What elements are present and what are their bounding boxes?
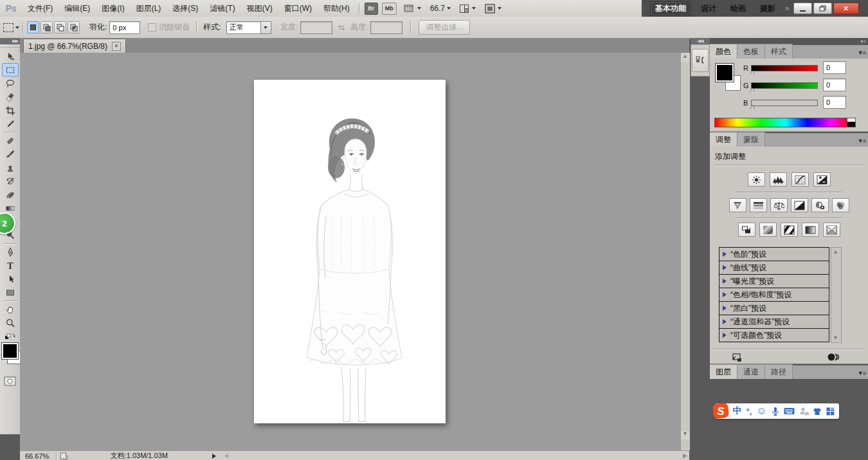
document-tab[interactable]: 1.jpg @ 66.7%(RGB/8) ✕ [23, 39, 126, 53]
ime-toolbox-button[interactable] [826, 407, 835, 416]
tool-preset-picker[interactable] [3, 23, 19, 32]
rectangular-marquee-tool[interactable] [2, 63, 19, 77]
status-menu-arrow[interactable] [212, 454, 216, 459]
expand-triangle-icon[interactable] [723, 265, 727, 270]
menu-filter[interactable]: 滤镜(T) [204, 0, 240, 17]
tab-styles[interactable]: 样式 [765, 44, 793, 59]
swap-colors-button[interactable] [0, 332, 20, 340]
photo-filter-button[interactable] [811, 198, 829, 212]
expand-panels-button[interactable]: ◀◀ [691, 38, 710, 44]
tab-adjustments[interactable]: 调整 [710, 132, 737, 147]
crop-tool[interactable] [2, 104, 19, 117]
menu-layer[interactable]: 图层(L) [131, 0, 167, 17]
workspace-photography-button[interactable]: 摄影 [755, 2, 780, 15]
clone-stamp-tool[interactable] [2, 161, 19, 174]
brightness-contrast-button[interactable] [748, 172, 765, 187]
view-extras-button[interactable] [404, 4, 421, 13]
path-selection-tool[interactable] [2, 272, 19, 286]
preset-levels[interactable]: “色阶”预设 [719, 247, 829, 261]
blue-slider-thumb[interactable] [750, 106, 755, 110]
preset-curves[interactable]: “曲线”预设 [719, 261, 829, 275]
expand-triangle-icon[interactable] [723, 333, 727, 338]
ime-emoji-button[interactable]: ☺ [756, 405, 766, 417]
restore-button[interactable] [813, 3, 832, 14]
clip-to-layer-button[interactable] [827, 353, 841, 364]
expand-triangle-icon[interactable] [723, 319, 727, 324]
adjustments-panel-menu-icon[interactable]: ▼≡ [858, 138, 865, 144]
lasso-tool[interactable] [2, 77, 19, 90]
menu-view[interactable]: 视图(V) [241, 0, 278, 17]
antialias-checkbox[interactable]: 消除锯齿 [148, 22, 190, 33]
zoom-level-dropdown[interactable]: 66.7 [430, 4, 451, 13]
spot-healing-brush-tool[interactable] [2, 134, 19, 147]
threshold-button[interactable] [781, 223, 798, 237]
exposure-button[interactable] [813, 172, 831, 187]
green-value-input[interactable]: 0 [823, 78, 846, 91]
tab-masks[interactable]: 蒙版 [737, 132, 765, 147]
channel-mixer-button[interactable] [832, 198, 849, 212]
toolbar-grip[interactable] [0, 44, 20, 48]
expand-triangle-icon[interactable] [723, 252, 727, 257]
ime-keyboard-button[interactable] [784, 407, 795, 415]
tab-paths[interactable]: 路径 [765, 364, 793, 379]
tab-color[interactable]: 颜色 [710, 44, 737, 59]
scroll-right-arrow[interactable]: ▶ [683, 453, 687, 459]
hand-tool[interactable] [2, 302, 19, 316]
expand-triangle-icon[interactable] [723, 306, 727, 311]
scroll-down-arrow[interactable]: ▼ [681, 431, 689, 439]
black-white-button[interactable] [791, 198, 808, 212]
pen-tool[interactable] [2, 245, 19, 259]
foreground-color-swatch[interactable] [2, 343, 18, 359]
selection-mode-subtract-button[interactable] [54, 21, 66, 33]
spectrum-black-swatch[interactable] [847, 122, 856, 127]
preset-channel-mixer[interactable]: “通道混和器”预设 [719, 315, 829, 329]
close-button[interactable]: ✕ [833, 3, 859, 14]
preset-black-white[interactable]: “黑白”预设 [719, 302, 829, 315]
selection-mode-add-button[interactable] [41, 21, 53, 33]
workspace-painting-button[interactable]: 绘画 [726, 2, 750, 15]
workspace-essentials-button[interactable]: 基本功能 [650, 1, 691, 16]
brush-tool[interactable] [2, 147, 19, 161]
arrange-documents-button[interactable] [459, 4, 476, 14]
zoom-tool[interactable] [2, 316, 19, 329]
sogou-logo-icon[interactable]: S [711, 401, 730, 420]
presets-scrollbar[interactable]: ▲ ▼ [831, 247, 842, 343]
toolbar-collapse-button[interactable]: ▶▶ [0, 38, 20, 44]
workspace-overflow-button[interactable]: » [785, 4, 790, 13]
history-panel-button[interactable] [692, 49, 709, 72]
zoom-percentage-field[interactable]: 66.67% [20, 452, 53, 460]
color-panel-menu-icon[interactable]: ▼≡ [858, 50, 865, 56]
menu-image[interactable]: 图像(I) [96, 0, 130, 17]
tab-layers[interactable]: 图层 [710, 364, 737, 379]
style-dropdown[interactable]: 正常 [226, 21, 271, 34]
menu-select[interactable]: 选择(S) [167, 0, 204, 17]
history-brush-tool[interactable] [2, 174, 19, 188]
red-value-input[interactable]: 0 [823, 61, 846, 74]
expand-triangle-icon[interactable] [723, 279, 727, 284]
eraser-tool[interactable] [2, 188, 19, 201]
preset-hue-saturation[interactable]: “色相/饱和度”预设 [719, 288, 829, 302]
selective-color-button[interactable] [823, 223, 840, 237]
green-slider-thumb[interactable] [750, 88, 755, 93]
presets-scroll-up[interactable]: ▲ [833, 249, 838, 255]
foreground-color-swatch[interactable] [716, 64, 734, 82]
launch-bridge-button[interactable]: Br [365, 3, 378, 15]
blue-slider-track[interactable] [751, 100, 818, 106]
feather-input[interactable]: 0 px [109, 21, 140, 34]
red-slider-thumb[interactable] [750, 71, 755, 75]
green-slider-track[interactable] [751, 82, 818, 89]
workspace-design-button[interactable]: 设计 [696, 2, 721, 15]
menu-help[interactable]: 帮助(H) [318, 0, 356, 17]
document-info-icon[interactable] [60, 452, 68, 460]
eyedropper-tool[interactable] [2, 117, 19, 131]
curves-button[interactable] [791, 172, 809, 187]
expand-triangle-icon[interactable] [723, 292, 727, 297]
color-spectrum-ramp[interactable] [714, 118, 856, 127]
red-slider-track[interactable] [751, 65, 818, 71]
switch-panel-view-button[interactable] [732, 353, 743, 365]
menu-file[interactable]: 文件(F) [22, 0, 59, 17]
refine-edge-button[interactable]: 调整边缘... [419, 20, 470, 35]
hue-saturation-button[interactable] [750, 198, 767, 212]
selection-mode-new-button[interactable] [27, 21, 39, 33]
ime-skin-button[interactable] [813, 407, 822, 416]
